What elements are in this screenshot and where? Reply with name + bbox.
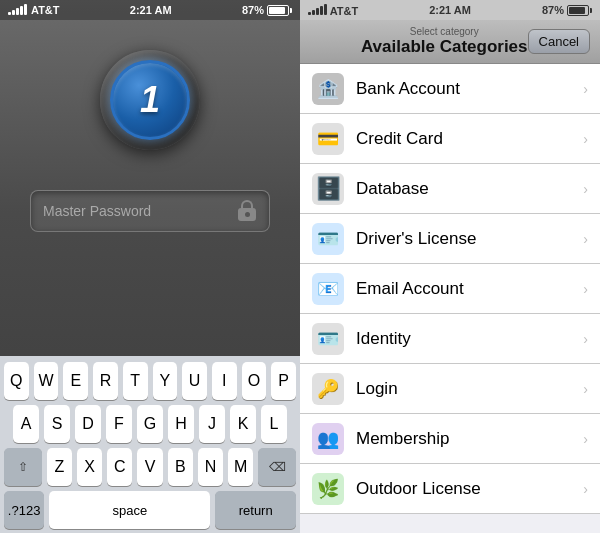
- categories-list: 🏦 Bank Account › 💳 Credit Card › 🗄️ Data…: [300, 64, 600, 533]
- key-f[interactable]: F: [106, 405, 132, 443]
- chevron-right-icon: ›: [583, 431, 588, 447]
- category-item-outdoor-license[interactable]: 🌿 Outdoor License ›: [300, 464, 600, 514]
- membership-label: Membership: [356, 429, 450, 449]
- chevron-right-icon: ›: [583, 381, 588, 397]
- time-display-right: 2:21 AM: [429, 4, 471, 16]
- password-placeholder: Master Password: [43, 203, 151, 219]
- key-v[interactable]: V: [137, 448, 162, 486]
- carrier-name: AT&T: [31, 4, 60, 16]
- battery-percent-left: 87%: [242, 4, 264, 16]
- database-label: Database: [356, 179, 429, 199]
- identity-label: Identity: [356, 329, 411, 349]
- keyboard-row-2: A S D F G H J K L: [4, 405, 296, 443]
- category-item-database[interactable]: 🗄️ Database ›: [300, 164, 600, 214]
- nav-title: Available Categories: [361, 37, 528, 57]
- drivers-license-icon: 🪪: [312, 223, 344, 255]
- database-icon: 🗄️: [312, 173, 344, 205]
- backspace-key[interactable]: ⌫: [258, 448, 296, 486]
- carrier-signal-icon: [8, 4, 27, 17]
- keyboard-row-1: Q W E R T Y U I O P: [4, 362, 296, 400]
- key-o[interactable]: O: [242, 362, 267, 400]
- status-bar-right: AT&T 2:21 AM 87%: [300, 0, 600, 20]
- battery-percent-right: 87%: [542, 4, 564, 16]
- app-logo-outer: 1: [100, 50, 200, 150]
- chevron-right-icon: ›: [583, 481, 588, 497]
- key-p[interactable]: P: [271, 362, 296, 400]
- category-item-bank-account[interactable]: 🏦 Bank Account ›: [300, 64, 600, 114]
- left-panel: AT&T 2:21 AM 87% 1 Master Password: [0, 0, 300, 533]
- battery-area-right: 87%: [542, 4, 592, 16]
- chevron-right-icon: ›: [583, 281, 588, 297]
- key-j[interactable]: J: [199, 405, 225, 443]
- category-item-login[interactable]: 🔑 Login ›: [300, 364, 600, 414]
- time-display-left: 2:21 AM: [130, 4, 172, 16]
- return-key[interactable]: return: [215, 491, 296, 529]
- chevron-right-icon: ›: [583, 81, 588, 97]
- key-y[interactable]: Y: [153, 362, 178, 400]
- space-key[interactable]: space: [49, 491, 210, 529]
- right-carrier-area: AT&T: [308, 4, 358, 17]
- lock-icon: [237, 200, 257, 222]
- login-icon: 🔑: [312, 373, 344, 405]
- battery-icon-left: [267, 4, 292, 16]
- key-n[interactable]: N: [198, 448, 223, 486]
- membership-icon: 👥: [312, 423, 344, 455]
- master-password-field[interactable]: Master Password: [30, 190, 270, 232]
- drivers-license-label: Driver's License: [356, 229, 476, 249]
- shift-key[interactable]: ⇧: [4, 448, 42, 486]
- key-i[interactable]: I: [212, 362, 237, 400]
- keyboard-bottom-row: .?123 space return: [4, 491, 296, 529]
- key-q[interactable]: Q: [4, 362, 29, 400]
- outdoor-license-icon: 🌿: [312, 473, 344, 505]
- numbers-key[interactable]: .?123: [4, 491, 44, 529]
- category-item-membership[interactable]: 👥 Membership ›: [300, 414, 600, 464]
- key-x[interactable]: X: [77, 448, 102, 486]
- key-h[interactable]: H: [168, 405, 194, 443]
- key-t[interactable]: T: [123, 362, 148, 400]
- credit-card-label: Credit Card: [356, 129, 443, 149]
- battery-area-left: 87%: [242, 4, 292, 16]
- bank-account-icon: 🏦: [312, 73, 344, 105]
- identity-icon: 🪪: [312, 323, 344, 355]
- bank-account-label: Bank Account: [356, 79, 460, 99]
- cancel-button[interactable]: Cancel: [528, 29, 590, 54]
- login-label: Login: [356, 379, 398, 399]
- key-l[interactable]: L: [261, 405, 287, 443]
- key-m[interactable]: M: [228, 448, 253, 486]
- category-item-email-account[interactable]: 📧 Email Account ›: [300, 264, 600, 314]
- status-bar-left: AT&T 2:21 AM 87%: [0, 0, 300, 20]
- password-field-area[interactable]: Master Password: [30, 190, 270, 232]
- category-item-drivers-license[interactable]: 🪪 Driver's License ›: [300, 214, 600, 264]
- key-a[interactable]: A: [13, 405, 39, 443]
- key-w[interactable]: W: [34, 362, 59, 400]
- keyboard-area: Q W E R T Y U I O P A S D F G H J K L ⇧ …: [0, 356, 300, 533]
- app-logo-digit: 1: [140, 82, 160, 118]
- key-r[interactable]: R: [93, 362, 118, 400]
- key-b[interactable]: B: [168, 448, 193, 486]
- email-account-icon: 📧: [312, 273, 344, 305]
- credit-card-icon: 💳: [312, 123, 344, 155]
- key-z[interactable]: Z: [47, 448, 72, 486]
- key-d[interactable]: D: [75, 405, 101, 443]
- right-signal-icon: [308, 5, 330, 17]
- key-c[interactable]: C: [107, 448, 132, 486]
- key-g[interactable]: G: [137, 405, 163, 443]
- right-panel: AT&T 2:21 AM 87% Select category Availab…: [300, 0, 600, 533]
- category-item-credit-card[interactable]: 💳 Credit Card ›: [300, 114, 600, 164]
- key-u[interactable]: U: [182, 362, 207, 400]
- key-e[interactable]: E: [63, 362, 88, 400]
- keyboard-row-3: ⇧ Z X C V B N M ⌫: [4, 448, 296, 486]
- key-s[interactable]: S: [44, 405, 70, 443]
- logo-area: 1: [100, 50, 200, 150]
- email-account-label: Email Account: [356, 279, 464, 299]
- chevron-right-icon: ›: [583, 131, 588, 147]
- chevron-right-icon: ›: [583, 181, 588, 197]
- chevron-right-icon: ›: [583, 331, 588, 347]
- key-k[interactable]: K: [230, 405, 256, 443]
- battery-icon-right: [567, 4, 592, 16]
- nav-subtitle: Select category: [410, 26, 479, 37]
- chevron-right-icon: ›: [583, 231, 588, 247]
- app-logo-ring: 1: [110, 60, 190, 140]
- category-item-identity[interactable]: 🪪 Identity ›: [300, 314, 600, 364]
- right-carrier-name: AT&T: [330, 5, 359, 17]
